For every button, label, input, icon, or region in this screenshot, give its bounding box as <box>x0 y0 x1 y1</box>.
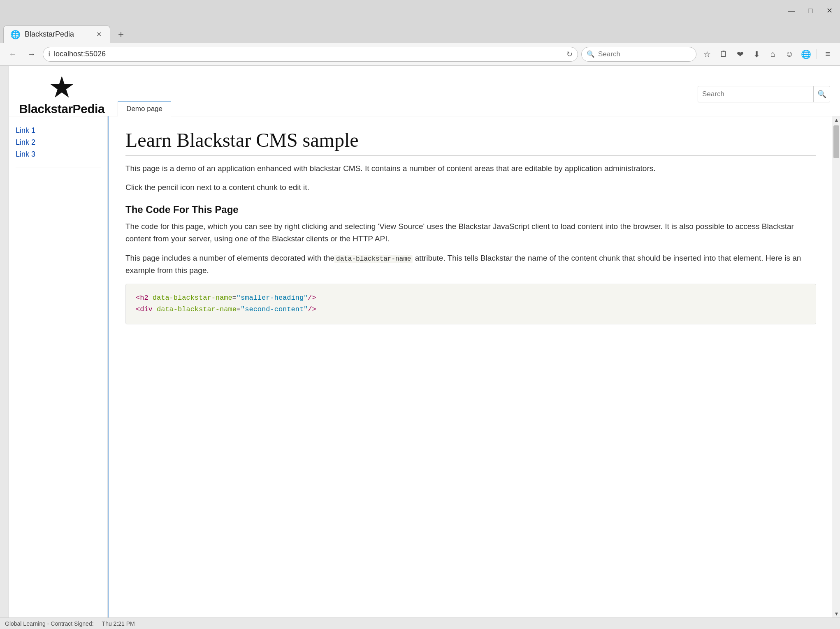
section-paragraph-1: The code for this page, which you can se… <box>125 220 816 245</box>
nav-bar: ← → ℹ ↻ 🔍 ☆ 🗒 ❤ ⬇ ⌂ ☺ 🌐 ≡ <box>0 43 840 66</box>
code-tag-div: <div <box>136 305 153 313</box>
sidebar-link-2[interactable]: Link 2 <box>16 138 101 147</box>
refresh-icon[interactable]: ↻ <box>566 50 573 59</box>
code-line-2: <div data-blackstar-name="second-content… <box>136 304 806 316</box>
wiki-sidebar-links: Link 1 Link 2 Link 3 <box>16 126 101 172</box>
right-scrollbar: ▲ ▼ <box>833 116 840 617</box>
forward-button[interactable]: → <box>24 46 39 62</box>
wiki-search-input[interactable] <box>698 86 813 102</box>
browser-search-bar: 🔍 <box>581 47 696 62</box>
pocket-button[interactable]: ❤ <box>733 47 747 62</box>
status-bar: Global Learning - Contract Signed: Thu 2… <box>0 617 840 629</box>
maximize-button[interactable]: □ <box>805 5 816 16</box>
wiki-brand-name: BlackstarPedia <box>19 102 104 116</box>
reading-list-button[interactable]: 🗒 <box>716 47 731 62</box>
code-block: <h2 data-blackstar-name="smaller-heading… <box>125 284 816 325</box>
sidebar-link-3[interactable]: Link 3 <box>16 150 101 159</box>
wiki-star-icon: ★ <box>49 72 75 102</box>
wiki-tab-demo-page[interactable]: Demo page <box>118 101 171 116</box>
wiki-logo-area: ★ BlackstarPedia <box>19 72 104 116</box>
bookmark-star-button[interactable]: ☆ <box>700 47 715 62</box>
address-bar: ℹ ↻ <box>43 47 578 62</box>
wiki-search-button[interactable]: 🔍 <box>813 86 830 102</box>
section-heading-code: The Code For This Page <box>125 204 816 215</box>
sidebar-link-1[interactable]: Link 1 <box>16 126 101 135</box>
scrollbar-down-arrow[interactable]: ▼ <box>833 610 840 617</box>
emoji-button[interactable]: ☺ <box>782 47 797 62</box>
code-attr-2: data-blackstar-name <box>153 305 237 313</box>
extensions-button[interactable]: 🌐 <box>798 47 813 62</box>
sidebar-divider <box>16 167 101 167</box>
toolbar-separator <box>817 49 817 59</box>
url-input[interactable] <box>54 50 563 58</box>
code-tag-h2: <h2 <box>136 294 149 302</box>
page-wrapper: ★ BlackstarPedia Demo page 🔍 Link 1 Link… <box>0 66 840 617</box>
wiki-search-area: 🔍 <box>698 86 830 102</box>
minimize-button[interactable]: — <box>786 5 797 16</box>
section-para-2-before: This page includes a number of elements … <box>125 254 334 262</box>
section-paragraph-2: This page includes a number of elements … <box>125 252 816 277</box>
wiki-header: ★ BlackstarPedia Demo page 🔍 <box>9 66 840 116</box>
wiki-container: ★ BlackstarPedia Demo page 🔍 Link 1 Link… <box>9 66 840 617</box>
browser-search-input[interactable] <box>598 50 691 58</box>
code-close-1: /> <box>308 294 316 302</box>
browser-left-sidebar <box>0 66 9 617</box>
scrollbar-up-arrow[interactable]: ▲ <box>833 116 840 124</box>
wiki-body: Link 1 Link 2 Link 3 Learn Blackstar CMS… <box>9 116 840 617</box>
status-left-text: Global Learning - Contract Signed: <box>5 620 94 627</box>
code-val-1: "smaller-heading" <box>237 294 308 302</box>
window-controls: — □ ✕ <box>786 5 835 16</box>
intro-paragraph-1: This page is a demo of an application en… <box>125 162 816 175</box>
menu-button[interactable]: ≡ <box>820 47 835 62</box>
toolbar-icons: ☆ 🗒 ❤ ⬇ ⌂ ☺ 🌐 ≡ <box>700 47 835 62</box>
tab-close-button[interactable]: ✕ <box>94 30 103 39</box>
intro-paragraph-2: Click the pencil icon next to a content … <box>125 181 816 194</box>
code-eq-1: = <box>232 294 237 302</box>
wiki-main-content: Learn Blackstar CMS sample This page is … <box>108 116 833 617</box>
scrollbar-track <box>833 124 840 610</box>
new-tab-button[interactable]: + <box>113 26 129 43</box>
code-close-2: /> <box>308 305 316 313</box>
wiki-nav-tabs: Demo page <box>118 100 171 116</box>
download-button[interactable]: ⬇ <box>749 47 764 62</box>
code-eq-2: = <box>237 305 241 313</box>
info-icon[interactable]: ℹ <box>48 50 51 58</box>
browser-tab[interactable]: 🌐 BlackstarPedia ✕ <box>3 25 110 43</box>
tab-favicon: 🌐 <box>10 30 21 39</box>
inline-code-attr: data-blackstar-name <box>334 255 413 263</box>
tab-bar: 🌐 BlackstarPedia ✕ + <box>0 21 840 43</box>
tab-label: BlackstarPedia <box>25 30 74 39</box>
code-line-1: <h2 data-blackstar-name="smaller-heading… <box>136 292 806 304</box>
title-bar: — □ ✕ <box>0 0 840 21</box>
wiki-search-box: 🔍 <box>698 86 830 102</box>
page-title: Learn Blackstar CMS sample <box>125 129 816 156</box>
close-button[interactable]: ✕ <box>824 5 835 16</box>
scrollbar-thumb[interactable] <box>833 125 839 158</box>
code-val-2: "second-content" <box>241 305 308 313</box>
home-button[interactable]: ⌂ <box>766 47 780 62</box>
status-right-text: Thu 2:21 PM <box>102 620 135 627</box>
search-icon: 🔍 <box>587 50 595 58</box>
wiki-sidebar: Link 1 Link 2 Link 3 <box>9 116 108 617</box>
browser-chrome: — □ ✕ 🌐 BlackstarPedia ✕ + ← → ℹ ↻ 🔍 ☆ 🗒… <box>0 0 840 66</box>
back-button[interactable]: ← <box>5 46 21 62</box>
code-attr-1: data-blackstar-name <box>149 294 232 302</box>
